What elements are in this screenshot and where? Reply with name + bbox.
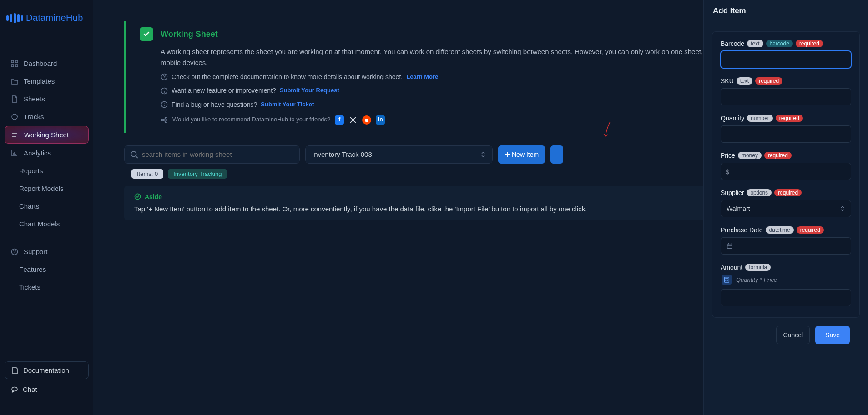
sidebar-item-chart-models[interactable]: Chart Models — [5, 215, 89, 232]
info-doc-text: Check out the complete documentation to … — [172, 72, 403, 82]
sidebar-item-reports[interactable]: Reports — [5, 162, 89, 179]
logo-icon — [6, 13, 23, 23]
info-description: A working sheet represents the sheet you… — [161, 46, 788, 68]
submit-ticket-link[interactable]: Submit Your Ticket — [261, 100, 314, 110]
type-tag: money — [738, 152, 762, 159]
supplier-select[interactable]: Walmart — [721, 200, 851, 217]
secondary-button[interactable] — [550, 145, 563, 164]
facebook-icon[interactable]: f — [335, 115, 344, 125]
amount-input[interactable] — [721, 289, 851, 306]
field-purchase-date: Purchase Date datetime required — [721, 226, 851, 255]
file-icon — [11, 95, 18, 103]
logo[interactable]: DatamineHub — [5, 9, 89, 37]
sidebar-item-label: Analytics — [24, 149, 51, 157]
x-icon[interactable] — [348, 115, 358, 125]
doc-icon — [11, 367, 19, 374]
svg-rect-3 — [15, 65, 18, 67]
drawer-title: Add Item — [704, 0, 868, 22]
sidebar-item-label: Report Models — [19, 185, 64, 192]
folder-icon — [11, 78, 18, 85]
field-label-text: Supplier — [721, 189, 744, 196]
quantity-input[interactable] — [721, 125, 851, 143]
info-bug-text: Find a bug or have questions? — [172, 100, 257, 110]
field-quantity: Quantity number required — [721, 115, 851, 143]
help-icon — [11, 248, 18, 255]
chat-link[interactable]: Chat — [5, 382, 89, 397]
sidebar-item-support[interactable]: Support — [5, 243, 89, 260]
category-chip: Inventory Tracking — [168, 169, 227, 179]
field-label-text: Price — [721, 152, 735, 159]
field-price: Price money required $ — [721, 152, 851, 180]
sidebar-item-tickets[interactable]: Tickets — [5, 279, 89, 295]
svg-rect-16 — [727, 244, 732, 249]
required-tag: required — [755, 77, 782, 85]
search-icon — [130, 150, 138, 159]
share-text: Would you like to recommend DatamineHub … — [172, 115, 330, 125]
field-label-text: Barcode — [721, 40, 744, 47]
help-icon — [161, 73, 168, 80]
sidebar-item-templates[interactable]: Templates — [5, 73, 89, 90]
linkedin-icon[interactable]: in — [376, 115, 385, 125]
required-tag: required — [796, 40, 823, 47]
field-label-text: Purchase Date — [721, 226, 763, 234]
new-item-button[interactable]: New Item — [498, 145, 545, 164]
svg-point-14 — [131, 151, 136, 156]
field-amount: Amount formula Quantity * Price — [721, 264, 851, 306]
sidebar-item-label: Templates — [24, 77, 55, 85]
submit-request-link[interactable]: Submit Your Request — [280, 86, 339, 95]
type-tag: datetime — [766, 226, 794, 234]
sidebar-item-label: Support — [24, 248, 48, 255]
type-tag: options — [747, 189, 772, 196]
reddit-icon[interactable] — [362, 115, 371, 125]
grid-icon — [11, 60, 18, 67]
sidebar-item-label: Reports — [19, 167, 43, 175]
documentation-link[interactable]: Documentation — [5, 361, 89, 379]
svg-rect-1 — [15, 60, 18, 63]
page-title: Working Sheet — [161, 30, 218, 39]
sku-input[interactable] — [721, 88, 851, 105]
sidebar-item-tracks[interactable]: Tracks — [5, 108, 89, 125]
sidebar-item-report-models[interactable]: Report Models — [5, 180, 89, 197]
cancel-button[interactable]: Cancel — [776, 326, 810, 344]
field-label-text: Quantity — [721, 115, 744, 122]
chat-label: Chat — [23, 385, 37, 393]
required-tag: required — [776, 115, 803, 122]
cancel-label: Cancel — [783, 331, 803, 339]
sidebar-item-working-sheet[interactable]: Working Sheet — [5, 126, 89, 144]
target-icon — [11, 113, 18, 120]
type-tag: formula — [745, 264, 771, 271]
required-tag: required — [774, 189, 802, 196]
learn-more-link[interactable]: Learn More — [406, 72, 438, 82]
formula-text: Quantity * Price — [736, 276, 777, 283]
chat-icon — [11, 386, 18, 393]
share-icon — [161, 116, 168, 124]
sidebar-item-analytics[interactable]: Analytics — [5, 145, 89, 161]
required-tag: required — [797, 226, 824, 234]
sidebar-item-charts[interactable]: Charts — [5, 198, 89, 215]
save-button[interactable]: Save — [815, 326, 850, 344]
field-barcode: Barcode text barcode required — [721, 40, 851, 68]
track-select[interactable]: Inventory Track 003 — [305, 145, 493, 164]
info-icon — [161, 87, 168, 95]
field-label-text: SKU — [721, 77, 734, 85]
sidebar-item-label: Tracks — [24, 113, 44, 120]
aside-title: Aside — [145, 193, 162, 200]
sidebar-item-features[interactable]: Features — [5, 261, 89, 278]
sidebar-item-label: Dashboard — [24, 60, 57, 67]
field-sku: SKU text required — [721, 77, 851, 105]
barcode-input[interactable] — [721, 51, 851, 68]
layers-icon — [11, 131, 19, 139]
check-icon — [140, 27, 153, 41]
purchase-date-input[interactable] — [721, 237, 851, 255]
type-tag: text — [737, 77, 752, 85]
sidebar-item-sheets[interactable]: Sheets — [5, 90, 89, 107]
chart-icon — [11, 150, 18, 157]
svg-point-10 — [161, 119, 163, 121]
search-input-wrapper[interactable] — [124, 145, 300, 164]
info-feature-text: Want a new feature or improvement? — [172, 85, 276, 95]
svg-rect-2 — [11, 65, 14, 67]
price-input[interactable] — [734, 163, 851, 180]
sidebar-item-dashboard[interactable]: Dashboard — [5, 55, 89, 72]
field-label-text: Amount — [721, 264, 742, 271]
search-input[interactable] — [142, 150, 294, 158]
